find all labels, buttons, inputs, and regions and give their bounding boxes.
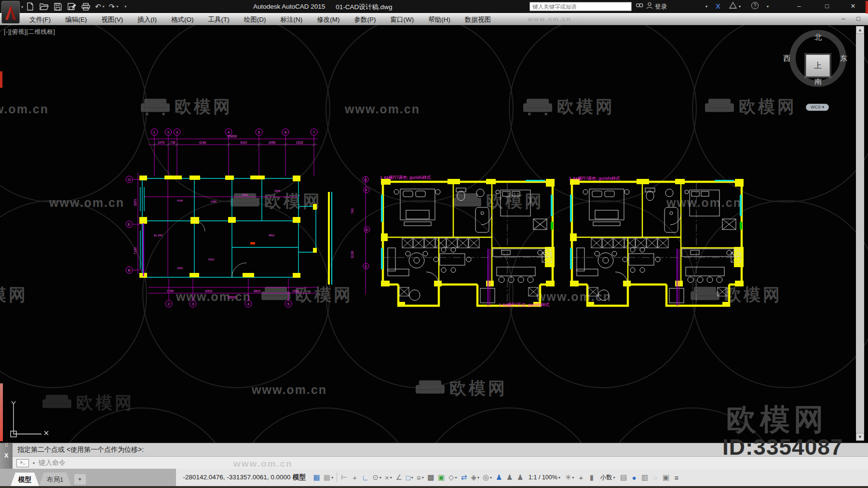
lineweight-icon[interactable]: ≡▾ bbox=[415, 471, 425, 484]
redo-caret-icon[interactable]: ▾ bbox=[116, 4, 118, 9]
graphics-performance-icon[interactable]: ▥ bbox=[640, 471, 650, 484]
autoscale-icon[interactable]: ♟ bbox=[504, 471, 515, 484]
workspace-switching-icon[interactable]: ✳▾ bbox=[564, 471, 576, 484]
menu-modify[interactable]: 修改(M) bbox=[311, 14, 346, 25]
annotation-visibility-icon[interactable]: ♟ bbox=[494, 471, 504, 484]
customization-icon[interactable]: ≡ bbox=[672, 471, 682, 484]
svg-text:3970: 3970 bbox=[134, 199, 137, 206]
svg-text:6: 6 bbox=[285, 130, 287, 135]
redo-icon[interactable]: ↷ bbox=[109, 3, 115, 11]
user-icon[interactable] bbox=[646, 2, 653, 11]
tab-layout1[interactable]: 布局1 bbox=[39, 473, 71, 486]
ortho-mode-icon[interactable]: ∟ bbox=[360, 471, 370, 484]
menu-dimension[interactable]: 标注(N) bbox=[274, 14, 309, 25]
svg-text:2340: 2340 bbox=[177, 267, 183, 270]
menu-draw[interactable]: 绘图(D) bbox=[238, 14, 272, 25]
selection-filter-icon[interactable]: ◈▾ bbox=[469, 471, 481, 484]
vertical-scrollbar[interactable]: ▲ ▼ bbox=[856, 26, 864, 441]
object-snap-icon[interactable]: ∠ bbox=[394, 471, 404, 484]
wcs-dropdown[interactable]: WCS ▾ bbox=[806, 104, 829, 111]
units-value[interactable]: 小数▾ bbox=[597, 471, 618, 484]
polar-tracking-icon[interactable]: ⊙▾ bbox=[371, 471, 383, 484]
dynamic-ucs-icon[interactable]: □▾ bbox=[405, 471, 415, 484]
qat-overflow-icon[interactable]: ▾ bbox=[124, 4, 126, 9]
menu-insert[interactable]: 插入(I) bbox=[131, 14, 163, 25]
maximize-button[interactable]: □ bbox=[820, 2, 834, 11]
viewport-controls-label[interactable]: [-][俯视][二维线框] bbox=[4, 28, 55, 36]
3d-osnap-icon[interactable]: ◇▾ bbox=[447, 471, 459, 484]
selection-cycling-icon[interactable]: ▣ bbox=[436, 471, 447, 484]
menu-window[interactable]: 窗口(W) bbox=[384, 14, 420, 25]
autodesk-360-icon[interactable] bbox=[729, 2, 737, 10]
annotation-scale-sync-icon[interactable]: ♟ bbox=[515, 471, 525, 484]
measure-tools-icon[interactable]: ◌ bbox=[651, 471, 661, 484]
command-prompt-icon[interactable]: >_ bbox=[16, 459, 29, 467]
command-caret-icon[interactable]: ▾ bbox=[33, 461, 35, 465]
annotation-monitor-icon[interactable]: ⇄ bbox=[459, 471, 469, 484]
compass-east[interactable]: 东 bbox=[840, 54, 847, 63]
annotation-scale-value[interactable]: 1:1 / 100%▾ bbox=[526, 471, 563, 484]
svg-text:15830: 15830 bbox=[227, 134, 237, 138]
menu-file[interactable]: 文件(F) bbox=[23, 14, 57, 25]
plot-icon[interactable] bbox=[81, 2, 91, 11]
compass-south[interactable]: 南 bbox=[814, 77, 822, 86]
command-palette-grip[interactable]: ⠿ X bbox=[0, 443, 13, 469]
svg-text:15830: 15830 bbox=[228, 296, 236, 299]
svg-text:4810: 4810 bbox=[254, 289, 261, 293]
document-window-controls[interactable]: – □ bbox=[841, 15, 865, 22]
new-file-icon[interactable] bbox=[25, 2, 35, 11]
svg-text:1515: 1515 bbox=[296, 141, 303, 144]
undo-caret-icon[interactable]: ▾ bbox=[103, 4, 105, 9]
command-input-placeholder[interactable]: 键入命令 bbox=[39, 459, 66, 467]
transparency-icon[interactable]: ▩ bbox=[426, 471, 436, 484]
logo-caret-icon[interactable]: ▾ bbox=[21, 5, 23, 9]
save-as-icon[interactable] bbox=[67, 2, 77, 11]
dynamic-input-icon[interactable]: + bbox=[350, 471, 360, 484]
gizmo-icon[interactable]: ◎▾ bbox=[481, 471, 493, 484]
compass-west[interactable]: 西 bbox=[783, 54, 790, 63]
search-icon[interactable] bbox=[636, 2, 643, 10]
app-window-icon[interactable]: ▣ bbox=[661, 471, 671, 484]
watermark-site: www.om.cn bbox=[0, 102, 49, 116]
sign-in-button[interactable]: 登录 bbox=[655, 3, 667, 11]
save-icon[interactable] bbox=[53, 2, 63, 11]
menu-edit[interactable]: 编辑(E) bbox=[59, 14, 93, 25]
help-icon[interactable]: ? bbox=[751, 2, 759, 9]
grid-display-icon[interactable]: ▦ bbox=[312, 471, 322, 484]
add-layout-button[interactable]: + bbox=[74, 474, 86, 485]
search-input[interactable] bbox=[529, 2, 632, 11]
watermark-site: www.om.cn bbox=[233, 459, 293, 469]
clean-screen-crosshair-icon[interactable]: + bbox=[576, 471, 586, 484]
close-button[interactable]: ✕ bbox=[846, 2, 860, 11]
open-file-icon[interactable] bbox=[39, 2, 49, 11]
command-close-button[interactable]: X bbox=[0, 452, 13, 459]
menu-dataview[interactable]: 数据视图 bbox=[459, 14, 497, 25]
tab-model[interactable]: 模型 bbox=[11, 473, 39, 486]
menu-view[interactable]: 视图(V) bbox=[95, 14, 129, 25]
menu-format[interactable]: 格式(O) bbox=[165, 14, 200, 25]
menu-parametric[interactable]: 参数(P) bbox=[348, 14, 382, 25]
infer-constraints-icon[interactable]: ⊢ bbox=[339, 471, 349, 484]
compass-north[interactable]: 北 bbox=[814, 33, 822, 42]
svg-text:C: C bbox=[365, 265, 367, 268]
isolate-objects-icon[interactable]: ● bbox=[629, 471, 639, 484]
units-ruler-icon[interactable]: ▮ bbox=[586, 471, 597, 484]
viewcube-top-face[interactable]: 上 bbox=[806, 54, 830, 77]
menu-tools[interactable]: 工具(T) bbox=[202, 14, 236, 25]
model-space-toggle[interactable]: 模型 bbox=[293, 469, 306, 486]
apps-caret-icon[interactable]: ▾ bbox=[739, 4, 741, 9]
exchange-apps-icon[interactable]: X bbox=[716, 2, 720, 10]
drawing-canvas[interactable]: [-][俯视][二维线框] www.om.cn 欧模网 www.om.cn 欧模… bbox=[0, 25, 868, 443]
minimize-button[interactable]: – bbox=[792, 2, 806, 11]
scroll-up-icon[interactable]: ▲ bbox=[856, 26, 864, 34]
osnap-tracking-icon[interactable]: ×▾ bbox=[383, 471, 393, 484]
sign-in-caret-icon[interactable]: ▾ bbox=[705, 4, 707, 9]
snap-mode-icon[interactable]: ▦▾ bbox=[322, 471, 335, 484]
undo-icon[interactable]: ↶ bbox=[95, 3, 101, 11]
menu-help[interactable]: 帮助(H) bbox=[422, 14, 457, 25]
quick-calc-icon[interactable]: ▤ bbox=[619, 471, 629, 484]
scroll-down-icon[interactable]: ▼ bbox=[856, 433, 864, 441]
autocad-logo-button[interactable] bbox=[1, 1, 20, 24]
sofa-icon bbox=[141, 98, 170, 116]
help-caret-icon[interactable]: ▾ bbox=[767, 4, 769, 9]
